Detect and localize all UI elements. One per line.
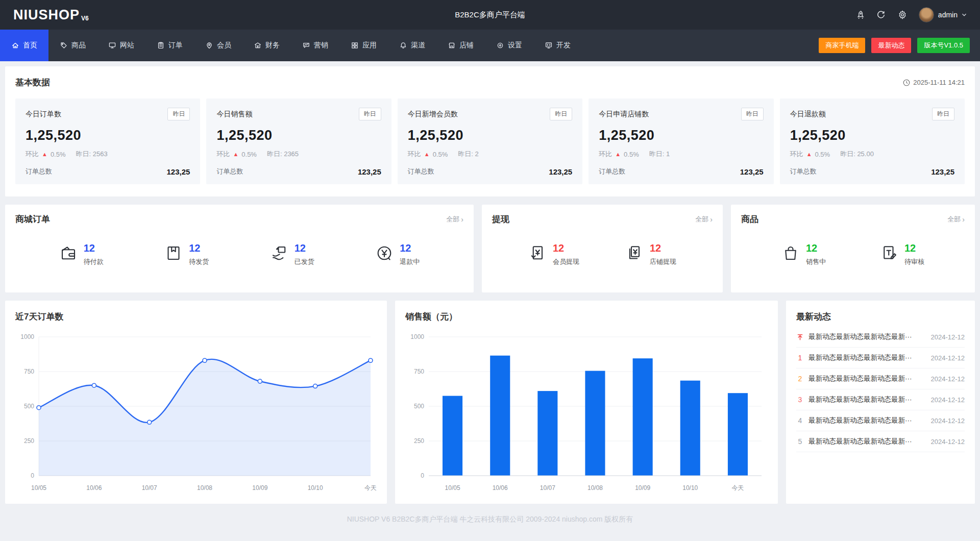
header-actions: admin: [854, 7, 967, 22]
nav-item-shop[interactable]: 店铺: [436, 30, 485, 61]
nav-label: 设置: [508, 41, 522, 50]
ratio-label: 环比: [408, 150, 421, 159]
shop-withdraw-item[interactable]: 12店铺提现: [625, 243, 676, 266]
view-all-link[interactable]: 全部›: [446, 215, 463, 224]
total-label: 订单总数: [790, 167, 817, 176]
ratio-label: 环比: [216, 150, 230, 159]
item-value: 12: [295, 243, 314, 253]
refunding-item[interactable]: 12退款中: [375, 243, 420, 266]
nav-item-apps[interactable]: 应用: [339, 30, 388, 61]
nav-item-home[interactable]: 首页: [0, 30, 48, 61]
clock-icon: [903, 79, 910, 86]
on-sale-item[interactable]: 12销售中: [781, 243, 826, 266]
nav-item-marketing[interactable]: 营销: [291, 30, 339, 61]
withdraw-panel: 提现全部› 12会员提现 12店铺提现: [482, 205, 723, 292]
version-button[interactable]: 版本号V1.0.5: [917, 38, 970, 53]
stat-label: 今日新增会员数: [408, 110, 458, 119]
svg-text:10/10: 10/10: [682, 484, 698, 491]
svg-text:今天: 今天: [731, 484, 744, 491]
latest-news-button[interactable]: 最新动态: [871, 38, 911, 53]
sales-chart-panel: 销售额（元） 0250500750100010/0510/0610/0710/0…: [395, 301, 778, 504]
yesterday-badge[interactable]: 昨日: [741, 108, 764, 120]
news-rank: 2: [796, 375, 804, 383]
shipped-item[interactable]: 12已发货: [270, 243, 314, 266]
member-icon: [205, 41, 213, 50]
chevron-right-icon: ›: [710, 215, 713, 224]
news-row[interactable]: 4最新动态最新动态最新动态最新···2024-12-12: [796, 410, 965, 431]
stat-value: 1,25,520: [599, 128, 763, 143]
goods-panel: 商品全部› 12销售中 12待审核: [731, 205, 975, 292]
panel-title: 最新动态: [796, 311, 965, 323]
item-label: 退款中: [400, 257, 420, 266]
member-withdraw-icon: [528, 244, 547, 262]
stat-label: 今日销售额: [216, 110, 252, 119]
apps-icon: [351, 41, 359, 50]
news-row[interactable]: 1最新动态最新动态最新动态最新···2024-12-12: [796, 348, 965, 368]
yesterday-badge[interactable]: 昨日: [359, 108, 381, 120]
nav-label: 应用: [362, 41, 377, 50]
top-header: NIUSHOPV6 B2B2C多商户平台端 admin: [0, 0, 980, 30]
stat-value: 1,25,520: [26, 128, 190, 143]
item-value: 12: [904, 243, 924, 253]
pending-shipment-item[interactable]: 12待发货: [164, 243, 209, 266]
refresh-icon[interactable]: [876, 10, 886, 20]
member-withdraw-item[interactable]: 12会员提现: [528, 243, 579, 266]
nav-item-website[interactable]: 网站: [97, 30, 145, 61]
svg-text:10/07: 10/07: [540, 484, 555, 491]
view-all-label: 全部: [446, 215, 459, 224]
item-label: 待发货: [189, 257, 209, 266]
item-label: 店铺提现: [650, 257, 676, 266]
stat-value: 1,25,520: [216, 128, 381, 143]
news-row[interactable]: 最新动态最新动态最新动态最新···2024-12-12: [796, 327, 965, 348]
nav-item-dev[interactable]: 开发: [533, 30, 582, 61]
total-value: 123,25: [740, 167, 764, 176]
svg-text:10/06: 10/06: [493, 484, 508, 491]
refund-icon: [375, 244, 394, 262]
item-label: 已发货: [295, 257, 314, 266]
nav-item-order[interactable]: 订单: [145, 30, 194, 61]
news-row[interactable]: 5最新动态最新动态最新动态最新···2024-12-12: [796, 431, 965, 452]
nav-item-member[interactable]: 会员: [194, 30, 242, 61]
item-value: 12: [806, 243, 826, 253]
nav-label: 会员: [217, 41, 231, 50]
gear-icon[interactable]: [897, 10, 908, 20]
news-rank: 5: [796, 437, 804, 446]
chart-title: 近7天订单数: [15, 311, 377, 323]
svg-text:10/05: 10/05: [31, 484, 46, 491]
nav-label: 网站: [120, 41, 134, 50]
yesterday-value: 昨日: 25.00: [840, 150, 874, 159]
rocket-icon[interactable]: [854, 10, 865, 20]
news-row[interactable]: 2最新动态最新动态最新动态最新···2024-12-12: [796, 368, 965, 389]
nav-label: 财务: [265, 41, 280, 50]
yesterday-badge[interactable]: 昨日: [167, 108, 190, 120]
svg-text:10/08: 10/08: [197, 484, 212, 491]
pending-payment-item[interactable]: 12待付款: [59, 243, 104, 266]
news-text: 最新动态最新动态最新动态最新···: [808, 416, 926, 425]
news-date: 2024-12-12: [931, 333, 965, 341]
user-menu[interactable]: admin: [919, 7, 967, 22]
news-row[interactable]: 3最新动态最新动态最新动态最新···2024-12-12: [796, 389, 965, 410]
view-all-link[interactable]: 全部›: [695, 215, 713, 224]
nav-item-settings[interactable]: 设置: [485, 30, 533, 61]
news-date: 2024-12-12: [931, 375, 965, 383]
avatar[interactable]: [919, 7, 934, 22]
stat-card-new-members-today: 今日新增会员数昨日 1,25,520 环比▲0.5%昨日: 2 订单总数123,…: [398, 99, 582, 184]
dev-icon: [545, 41, 553, 50]
sales-bar-chart: 0250500750100010/0510/0610/0710/0810/091…: [405, 330, 768, 498]
panel-title: 商城订单: [15, 213, 50, 225]
merchant-mobile-button[interactable]: 商家手机端: [819, 38, 865, 53]
nav-item-finance[interactable]: 财务: [242, 30, 291, 61]
yesterday-badge[interactable]: 昨日: [550, 108, 572, 120]
copyright: NIUSHOP V6 B2B2C多商户平台端 牛之云科技有限公司 2009-20…: [5, 504, 975, 533]
view-all-link[interactable]: 全部›: [947, 215, 965, 224]
yesterday-badge[interactable]: 昨日: [932, 108, 954, 120]
nav-item-goods[interactable]: 商品: [48, 30, 97, 61]
nav-item-channel[interactable]: 渠道: [388, 30, 436, 61]
orders-line-chart: 0250500750100010/0510/0610/0710/0810/091…: [15, 330, 377, 498]
app-logo: NIUSHOPV6: [13, 7, 89, 23]
pending-audit-item[interactable]: 12待审核: [880, 243, 924, 266]
news-text: 最新动态最新动态最新动态最新···: [808, 437, 926, 446]
news-rank: 3: [796, 396, 804, 404]
svg-text:10/08: 10/08: [587, 484, 603, 491]
ratio-value: 0.5%: [433, 151, 448, 158]
